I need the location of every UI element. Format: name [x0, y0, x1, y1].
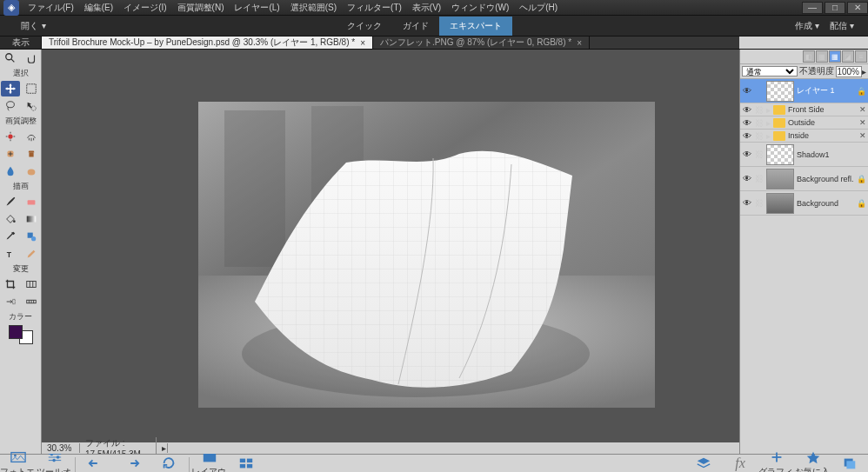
menu-filter[interactable]: フィルター(T) [344, 0, 405, 16]
layer-thumb[interactable] [766, 169, 794, 189]
panel-opt-2[interactable]: ▦ [816, 50, 828, 63]
recompose-tool[interactable] [22, 276, 41, 292]
more-button[interactable]: その他 [831, 455, 868, 473]
photo-bin-button[interactable]: フォトエリア [0, 449, 37, 473]
maximize-button[interactable]: □ [825, 2, 845, 14]
close-tab-1[interactable]: × [360, 38, 365, 48]
layer-thumb[interactable] [766, 81, 794, 102]
eyedropper-tool[interactable] [1, 229, 20, 244]
redo-button[interactable]: やり直し [114, 455, 150, 473]
panel-opt-3[interactable]: ▦ [829, 50, 841, 63]
panel-opt-4[interactable]: ◪ [842, 50, 854, 63]
zoom-value[interactable]: 30.3% [42, 443, 80, 453]
menu-window[interactable]: ウィンドウ(W) [448, 0, 512, 16]
panel-opt-1[interactable]: ◧ [803, 50, 815, 63]
opacity-menu[interactable]: ▸ [862, 67, 866, 76]
menu-edit[interactable]: 編集(E) [81, 0, 117, 16]
layer-thumb[interactable] [766, 144, 794, 165]
open-button[interactable]: 開く▾ [14, 18, 53, 34]
status-menu[interactable]: ▸ [157, 443, 168, 453]
layer-row[interactable]: 👁⛓ Shadow1 [740, 143, 868, 167]
link-icon[interactable]: ⛓ [755, 118, 764, 128]
link-icon[interactable]: ⛓ [755, 174, 764, 183]
layer-row[interactable]: 👁⛓▸ Inside ✕ [740, 130, 868, 143]
layer-row[interactable]: 👁 レイヤー 1 🔒 [740, 79, 868, 103]
link-icon[interactable]: ⛓ [755, 105, 764, 115]
organize-button[interactable]: 整理 [228, 455, 264, 473]
minimize-button[interactable]: — [802, 2, 823, 14]
sponge-tool[interactable] [22, 163, 41, 179]
gradient-tool[interactable] [22, 211, 41, 227]
clone-stamp-tool[interactable] [22, 146, 41, 162]
panel-menu[interactable]: ≡ [855, 50, 867, 63]
layer-name[interactable]: Outside [788, 118, 857, 127]
shape-tool[interactable] [22, 229, 41, 244]
visibility-icon[interactable]: 👁 [742, 198, 752, 208]
visibility-icon[interactable]: 👁 [742, 150, 752, 159]
layer-name[interactable]: Inside [788, 131, 857, 140]
foreground-color[interactable] [9, 325, 23, 339]
favorites-button[interactable]: お気に入り [795, 449, 831, 473]
rotate-button[interactable]: 回転 [150, 455, 187, 473]
document-tab-1[interactable]: Trifoil Brochure Mock-Up – by PuneDesign… [42, 37, 373, 49]
menu-layer[interactable]: レイヤー(L) [230, 0, 283, 16]
layer-thumb[interactable] [766, 193, 794, 214]
layer-row[interactable]: 👁⛓ Background refl... 🔒 [740, 167, 868, 191]
menu-adjust[interactable]: 画質調整(N) [174, 0, 228, 16]
eraser-tool[interactable] [22, 194, 41, 209]
redeye-tool[interactable] [1, 129, 20, 144]
menu-image[interactable]: イメージ(I) [120, 0, 170, 16]
straighten-tool[interactable] [22, 294, 41, 309]
lock-icon[interactable]: 🔒 [857, 199, 866, 208]
mode-expert[interactable]: エキスパート [439, 17, 512, 36]
menu-select[interactable]: 選択範囲(S) [287, 0, 340, 16]
mode-guide[interactable]: ガイド [392, 17, 439, 36]
crop-tool[interactable] [1, 276, 20, 292]
effects-button[interactable]: fx効果 [722, 455, 758, 473]
visibility-icon[interactable]: 👁 [742, 118, 752, 128]
zoom-tool[interactable] [1, 50, 20, 66]
move-tool[interactable] [1, 81, 20, 96]
layer-row[interactable]: 👁⛓ Background 🔒 [740, 191, 868, 216]
visibility-icon[interactable]: 👁 [742, 174, 752, 183]
lasso-tool[interactable] [1, 98, 20, 114]
brush-tool[interactable] [1, 194, 20, 209]
link-icon[interactable]: ⛓ [755, 131, 764, 141]
content-move-tool[interactable] [1, 294, 20, 309]
layer-name[interactable]: Shadow1 [797, 150, 866, 159]
menu-view[interactable]: 表示(V) [409, 0, 444, 16]
delete-icon[interactable]: ✕ [859, 131, 866, 140]
hand-tool[interactable] [22, 50, 41, 66]
document-tab-2[interactable]: パンフレット.PNG @ 87% (レイヤー 0, RGB/8) *× [373, 37, 590, 49]
lock-icon[interactable]: 🔒 [857, 175, 866, 183]
close-tab-2[interactable]: × [577, 38, 582, 48]
link-icon[interactable]: ⛓ [755, 198, 764, 208]
quick-select-tool[interactable] [22, 98, 41, 114]
layer-name[interactable]: Background refl... [797, 175, 854, 183]
marquee-tool[interactable] [22, 81, 41, 96]
pencil-tool[interactable] [22, 246, 41, 262]
text-tool[interactable]: T [1, 246, 20, 262]
layer-name[interactable]: レイヤー 1 [797, 85, 854, 96]
canvas[interactable]: 30.3% ファイル : 17.5M/415.3M ▸ [42, 50, 739, 454]
undo-button[interactable]: 取り消し [77, 455, 114, 473]
visibility-icon[interactable]: 👁 [742, 105, 752, 115]
whiten-tool[interactable] [22, 129, 41, 144]
menu-file[interactable]: ファイル(F) [24, 0, 77, 16]
blur-tool[interactable] [1, 163, 20, 179]
layer-row[interactable]: 👁⛓▸ Front Side ✕ [740, 103, 868, 116]
menu-help[interactable]: ヘルプ(H) [516, 0, 561, 16]
deliver-button[interactable]: 配信 ▾ [830, 20, 854, 32]
link-icon[interactable]: ⛓ [755, 150, 764, 159]
blend-mode-select[interactable]: 通常 [742, 66, 798, 76]
layer-name[interactable]: Front Side [788, 105, 857, 114]
layer-name[interactable]: Background [797, 199, 854, 208]
visibility-icon[interactable]: 👁 [742, 86, 752, 96]
fill-tool[interactable] [1, 211, 20, 227]
layer-row[interactable]: 👁⛓▸ Outside ✕ [740, 116, 868, 130]
create-button[interactable]: 作成 ▾ [795, 20, 819, 32]
mode-quick[interactable]: クイック [337, 17, 392, 36]
spot-heal-tool[interactable] [1, 146, 20, 162]
visibility-icon[interactable]: 👁 [742, 131, 752, 141]
layers-button[interactable]: レイヤー [685, 455, 722, 473]
